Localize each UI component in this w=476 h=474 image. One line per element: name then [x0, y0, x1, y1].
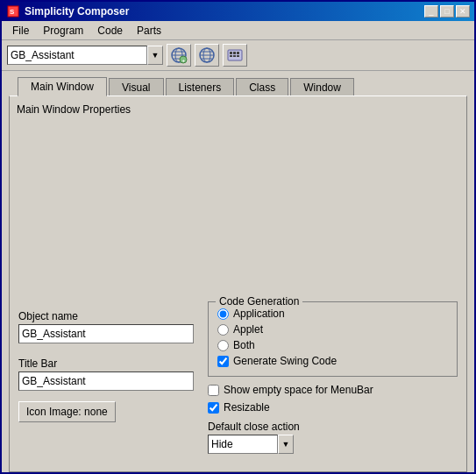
panel-title: Main Window Properties — [17, 103, 459, 116]
tab-listeners[interactable]: Listeners — [166, 78, 235, 96]
right-column: Code Generation Application Applet — [208, 301, 458, 454]
generate-swing-code-row: Generate Swing Code — [217, 355, 448, 367]
component-select[interactable]: GB_Assistant — [7, 46, 147, 65]
tab-window[interactable]: Window — [290, 78, 354, 96]
object-name-label: Object name — [18, 310, 194, 322]
radio-both-label: Both — [233, 339, 255, 351]
tab-main-window[interactable]: Main Window — [18, 77, 107, 96]
radio-applet-label: Applet — [233, 323, 263, 336]
left-column: Object name Title Bar Icon Image: none — [18, 301, 194, 454]
generate-swing-code-label: Generate Swing Code — [233, 355, 337, 367]
toolbar: GB_Assistant ▼ + — [2, 40, 474, 71]
main-window: S Simplicity Composer _ □ ✕ File Program… — [0, 0, 476, 474]
svg-rect-16 — [233, 52, 236, 54]
close-button[interactable]: ✕ — [456, 5, 470, 18]
svg-text:+: + — [182, 58, 186, 63]
globe2-icon-button[interactable] — [195, 44, 219, 67]
show-empty-space-checkbox[interactable] — [208, 385, 219, 396]
title-bar-text: Simplicity Composer — [25, 5, 424, 18]
tab-class[interactable]: Class — [236, 78, 288, 96]
menu-code[interactable]: Code — [90, 23, 130, 39]
app-icon: S — [6, 4, 20, 18]
resizable-label: Resizable — [224, 401, 270, 414]
menu-file[interactable]: File — [5, 23, 36, 39]
code-generation-radios: Application Applet Both — [217, 308, 448, 367]
globe-icon-button[interactable]: + — [167, 44, 191, 67]
component-dropdown: GB_Assistant ▼ — [7, 46, 163, 65]
svg-text:S: S — [10, 8, 15, 16]
svg-rect-20 — [237, 55, 239, 57]
radio-application: Application — [217, 308, 448, 320]
title-bar-label: Title Bar — [18, 357, 194, 370]
title-bar-input[interactable] — [18, 371, 194, 391]
svg-rect-15 — [230, 52, 232, 54]
icon-image-button[interactable]: Icon Image: none — [18, 401, 116, 422]
close-action-label: Default close action — [208, 421, 458, 433]
properties-layout: Object name Title Bar Icon Image: none C… — [18, 301, 458, 454]
object-name-section: Object name — [18, 310, 194, 343]
menu-bar: File Program Code Parts — [2, 21, 474, 40]
main-panel: Main Window Properties Object name Title… — [9, 96, 467, 472]
close-action-section: Default close action Hide Exit Dispose ▼ — [208, 421, 458, 454]
eye-icon-button[interactable] — [223, 44, 247, 67]
window-controls: _ □ ✕ — [424, 5, 470, 18]
icon-image-section: Icon Image: none — [18, 401, 194, 422]
radio-applet: Applet — [217, 323, 448, 336]
show-empty-space-label: Show empty space for MenuBar — [224, 384, 373, 396]
minimize-button[interactable]: _ — [424, 5, 438, 18]
close-action-select[interactable]: Hide Exit Dispose — [208, 435, 278, 454]
resizable-row: Resizable — [208, 401, 458, 414]
svg-rect-17 — [237, 52, 239, 54]
maximize-button[interactable]: □ — [440, 5, 454, 18]
object-name-input[interactable] — [18, 324, 194, 343]
svg-rect-18 — [230, 55, 232, 57]
radio-both-input[interactable] — [217, 340, 229, 351]
dropdown-arrow[interactable]: ▼ — [147, 46, 163, 65]
radio-application-input[interactable] — [217, 308, 229, 320]
tab-visual[interactable]: Visual — [109, 78, 163, 96]
radio-application-label: Application — [233, 308, 285, 320]
resizable-checkbox[interactable] — [208, 402, 219, 414]
code-generation-group: Code Generation Application Applet — [208, 301, 458, 377]
content-area: Main Window Visual Listeners Class Windo… — [2, 71, 474, 472]
generate-swing-code-checkbox[interactable] — [217, 356, 229, 367]
menu-parts[interactable]: Parts — [130, 23, 168, 39]
radio-both: Both — [217, 339, 448, 351]
close-action-dropdown: Hide Exit Dispose ▼ — [208, 435, 458, 454]
svg-rect-19 — [233, 55, 236, 57]
close-action-arrow[interactable]: ▼ — [278, 435, 294, 454]
title-bar-section: Title Bar — [18, 357, 194, 391]
show-empty-space-row: Show empty space for MenuBar — [208, 384, 458, 396]
title-bar: S Simplicity Composer _ □ ✕ — [2, 2, 474, 21]
tab-bar: Main Window Visual Listeners Class Windo… — [18, 76, 467, 96]
code-generation-legend: Code Generation — [216, 295, 302, 308]
radio-applet-input[interactable] — [217, 324, 229, 336]
menu-program[interactable]: Program — [36, 23, 90, 39]
